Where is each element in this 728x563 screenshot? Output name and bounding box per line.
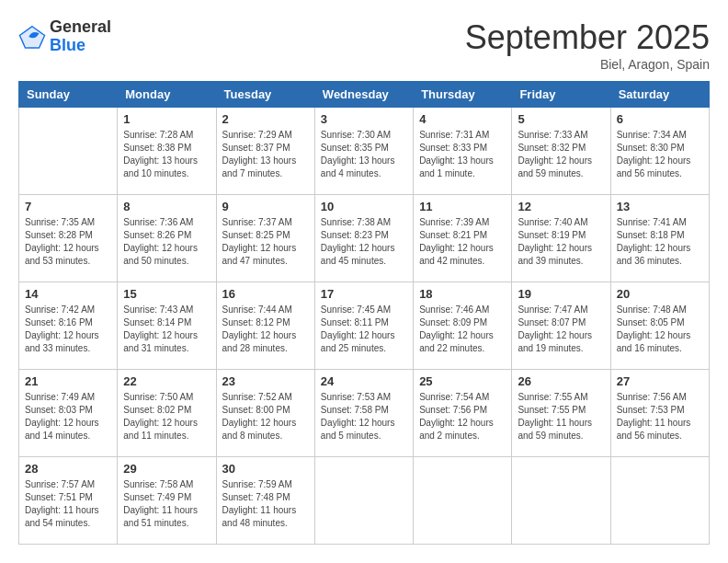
calendar-cell: 1Sunrise: 7:28 AMSunset: 8:38 PMDaylight… (118, 108, 216, 195)
day-info: Sunrise: 7:59 AMSunset: 7:48 PMDaylight:… (222, 478, 309, 530)
day-info: Sunrise: 7:36 AMSunset: 8:26 PMDaylight:… (123, 216, 210, 268)
day-info: Sunrise: 7:28 AMSunset: 8:38 PMDaylight:… (123, 129, 210, 180)
day-number: 2 (222, 112, 309, 126)
day-info: Sunrise: 7:54 AMSunset: 7:56 PMDaylight:… (419, 391, 506, 442)
calendar-cell: 7Sunrise: 7:35 AMSunset: 8:28 PMDaylight… (19, 195, 118, 282)
day-number: 14 (25, 287, 111, 301)
day-number: 8 (123, 200, 210, 213)
calendar-cell: 10Sunrise: 7:38 AMSunset: 8:23 PMDayligh… (314, 195, 413, 282)
day-number: 12 (518, 200, 604, 213)
day-info: Sunrise: 7:52 AMSunset: 8:00 PMDaylight:… (222, 391, 309, 442)
day-info: Sunrise: 7:35 AMSunset: 8:28 PMDaylight:… (25, 216, 111, 268)
calendar-cell: 28Sunrise: 7:57 AMSunset: 7:51 PMDayligh… (19, 457, 118, 545)
day-info: Sunrise: 7:43 AMSunset: 8:14 PMDaylight:… (123, 304, 210, 355)
calendar-cell: 19Sunrise: 7:47 AMSunset: 8:07 PMDayligh… (512, 282, 610, 370)
weekday-header: Tuesday (216, 82, 314, 108)
calendar-cell: 13Sunrise: 7:41 AMSunset: 8:18 PMDayligh… (610, 195, 709, 282)
calendar-cell: 11Sunrise: 7:39 AMSunset: 8:21 PMDayligh… (414, 195, 512, 282)
day-number: 21 (25, 374, 111, 388)
calendar-cell: 4Sunrise: 7:31 AMSunset: 8:33 PMDaylight… (414, 108, 512, 195)
day-number: 19 (518, 287, 604, 301)
day-number: 11 (419, 200, 506, 213)
day-number: 17 (321, 287, 407, 301)
calendar-cell: 25Sunrise: 7:54 AMSunset: 7:56 PMDayligh… (414, 370, 512, 457)
day-number: 28 (25, 462, 111, 476)
day-info: Sunrise: 7:39 AMSunset: 8:21 PMDaylight:… (419, 216, 506, 268)
weekday-header: Monday (118, 82, 216, 108)
day-number: 18 (419, 287, 506, 301)
calendar-cell: 15Sunrise: 7:43 AMSunset: 8:14 PMDayligh… (118, 282, 216, 370)
day-number: 6 (617, 112, 703, 126)
calendar-cell: 27Sunrise: 7:56 AMSunset: 7:53 PMDayligh… (610, 370, 709, 457)
weekday-header: Sunday (19, 82, 118, 108)
calendar-cell (610, 457, 709, 545)
calendar-cell: 12Sunrise: 7:40 AMSunset: 8:19 PMDayligh… (512, 195, 610, 282)
calendar-cell: 2Sunrise: 7:29 AMSunset: 8:37 PMDaylight… (216, 108, 314, 195)
weekday-header: Saturday (610, 82, 709, 108)
calendar-cell: 9Sunrise: 7:37 AMSunset: 8:25 PMDaylight… (216, 195, 314, 282)
day-number: 15 (123, 287, 210, 301)
calendar-cell: 16Sunrise: 7:44 AMSunset: 8:12 PMDayligh… (216, 282, 314, 370)
calendar-cell: 21Sunrise: 7:49 AMSunset: 8:03 PMDayligh… (19, 370, 118, 457)
day-info: Sunrise: 7:41 AMSunset: 8:18 PMDaylight:… (617, 216, 703, 268)
day-number: 7 (25, 200, 111, 213)
day-number: 26 (518, 374, 604, 388)
logo: General Blue (18, 18, 111, 55)
day-number: 23 (222, 374, 309, 388)
logo-icon (18, 23, 46, 51)
day-number: 24 (321, 374, 407, 388)
day-number: 29 (123, 462, 210, 476)
day-number: 16 (222, 287, 309, 301)
day-number: 9 (222, 200, 309, 213)
day-info: Sunrise: 7:44 AMSunset: 8:12 PMDaylight:… (222, 304, 309, 355)
calendar-cell: 8Sunrise: 7:36 AMSunset: 8:26 PMDaylight… (118, 195, 216, 282)
calendar-cell (19, 108, 118, 195)
page-header: General Blue September 2025 Biel, Aragon… (18, 18, 710, 72)
day-info: Sunrise: 7:58 AMSunset: 7:49 PMDaylight:… (123, 478, 210, 530)
day-info: Sunrise: 7:55 AMSunset: 7:55 PMDaylight:… (518, 391, 604, 442)
calendar-week-row: 1Sunrise: 7:28 AMSunset: 8:38 PMDaylight… (19, 108, 710, 195)
day-info: Sunrise: 7:38 AMSunset: 8:23 PMDaylight:… (321, 216, 407, 268)
day-info: Sunrise: 7:50 AMSunset: 8:02 PMDaylight:… (123, 391, 210, 442)
calendar-cell: 17Sunrise: 7:45 AMSunset: 8:11 PMDayligh… (314, 282, 413, 370)
weekday-header: Thursday (414, 82, 512, 108)
day-info: Sunrise: 7:40 AMSunset: 8:19 PMDaylight:… (518, 216, 604, 268)
day-info: Sunrise: 7:37 AMSunset: 8:25 PMDaylight:… (222, 216, 309, 268)
calendar-cell (314, 457, 413, 545)
title-area: September 2025 Biel, Aragon, Spain (465, 18, 710, 72)
day-info: Sunrise: 7:49 AMSunset: 8:03 PMDaylight:… (25, 391, 111, 442)
calendar-cell: 22Sunrise: 7:50 AMSunset: 8:02 PMDayligh… (118, 370, 216, 457)
month-title: September 2025 (465, 18, 710, 57)
day-info: Sunrise: 7:53 AMSunset: 7:58 PMDaylight:… (321, 391, 407, 442)
day-info: Sunrise: 7:33 AMSunset: 8:32 PMDaylight:… (518, 129, 604, 180)
calendar-cell (414, 457, 512, 545)
day-info: Sunrise: 7:46 AMSunset: 8:09 PMDaylight:… (419, 304, 506, 355)
calendar-cell: 26Sunrise: 7:55 AMSunset: 7:55 PMDayligh… (512, 370, 610, 457)
day-info: Sunrise: 7:30 AMSunset: 8:35 PMDaylight:… (321, 129, 407, 180)
calendar-cell: 29Sunrise: 7:58 AMSunset: 7:49 PMDayligh… (118, 457, 216, 545)
logo-blue: Blue (50, 37, 111, 55)
calendar-cell: 20Sunrise: 7:48 AMSunset: 8:05 PMDayligh… (610, 282, 709, 370)
day-number: 5 (518, 112, 604, 126)
calendar-cell: 14Sunrise: 7:42 AMSunset: 8:16 PMDayligh… (19, 282, 118, 370)
day-number: 4 (419, 112, 506, 126)
calendar-cell: 6Sunrise: 7:34 AMSunset: 8:30 PMDaylight… (610, 108, 709, 195)
weekday-header: Wednesday (314, 82, 413, 108)
calendar-cell: 18Sunrise: 7:46 AMSunset: 8:09 PMDayligh… (414, 282, 512, 370)
day-number: 27 (617, 374, 703, 388)
location-subtitle: Biel, Aragon, Spain (465, 57, 710, 72)
calendar-cell: 5Sunrise: 7:33 AMSunset: 8:32 PMDaylight… (512, 108, 610, 195)
calendar-cell (512, 457, 610, 545)
day-number: 30 (222, 462, 309, 476)
day-number: 25 (419, 374, 506, 388)
day-info: Sunrise: 7:42 AMSunset: 8:16 PMDaylight:… (25, 304, 111, 355)
calendar-week-row: 14Sunrise: 7:42 AMSunset: 8:16 PMDayligh… (19, 282, 710, 370)
calendar-cell: 23Sunrise: 7:52 AMSunset: 8:00 PMDayligh… (216, 370, 314, 457)
calendar-week-row: 7Sunrise: 7:35 AMSunset: 8:28 PMDaylight… (19, 195, 710, 282)
logo-text: General Blue (50, 18, 111, 55)
logo-general: General (50, 18, 111, 37)
day-number: 1 (123, 112, 210, 126)
day-number: 10 (321, 200, 407, 213)
day-info: Sunrise: 7:48 AMSunset: 8:05 PMDaylight:… (617, 304, 703, 355)
calendar-week-row: 28Sunrise: 7:57 AMSunset: 7:51 PMDayligh… (19, 457, 710, 545)
